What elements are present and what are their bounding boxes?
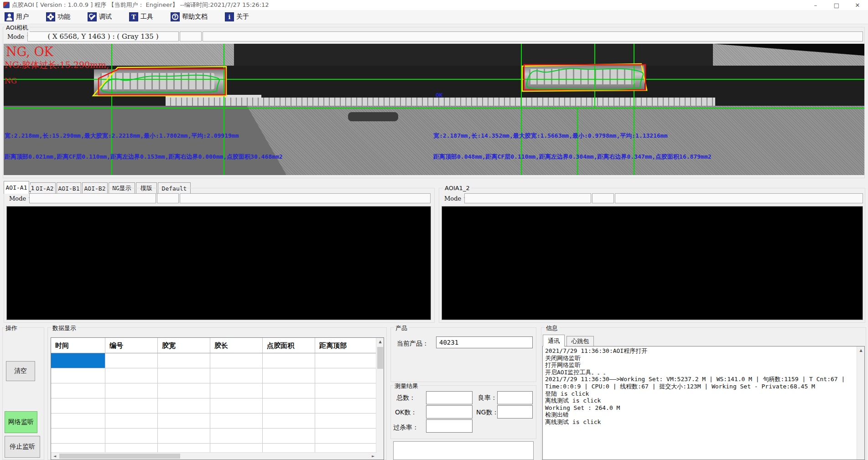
camera-toolbar-field-long [203,31,863,41]
ng-status-text: NG, OK [6,45,53,59]
current-product-label: 当前产品： [397,340,429,348]
table-row[interactable] [51,383,377,398]
col-header-time[interactable]: 时间 [51,338,105,353]
yield-rate-label: 良率： [478,394,497,402]
scroll-thumb[interactable] [377,347,383,369]
coordinate-readout: ( X 6568, Y 1463 ) : ( Gray 135 ) [27,31,179,41]
scroll-thumb[interactable] [59,454,180,459]
measure-right-line2: 距离顶部0.048mm,距离CF层0.110mm,距离左边界0.304mm,距离… [433,153,712,161]
scroll-up-icon[interactable]: ▲ [376,338,384,346]
current-product-field[interactable]: 40231 [436,336,533,348]
results-group-label: 测量结果 [393,382,420,390]
total-count-field[interactable] [426,391,473,404]
toolbar-item-debug[interactable]: 调试 [88,12,112,21]
toolbar-label: 用户 [16,13,29,21]
info-group-label: 信息 [545,324,559,332]
panel2-image-view[interactable] [442,206,863,320]
toolbar-item-help[interactable]: ? 帮助文档 [171,12,208,21]
panel1-image-view[interactable] [6,206,431,320]
ng-flag-text: NG [5,77,17,85]
log-v-scrollbar[interactable]: ▲ [857,346,864,460]
toolbar-item-function[interactable]: 功能 [46,12,70,21]
col-header-glue-length[interactable]: 胶长 [210,338,263,353]
ng-detail-text: NG:胶体过长:15.290mm, [5,59,109,71]
log-line: 2021/7/29 11:36:30:AOI程序打开 [545,347,862,355]
ok-flag-text: OK [436,92,443,98]
ok-count-label: OK数： [395,408,417,417]
clear-button[interactable]: 清空 [6,361,35,381]
scroll-right-icon[interactable]: ► [369,453,377,460]
table-row[interactable] [51,398,377,413]
log-line: 开启AOI监控工具。。。 [545,369,862,376]
panel1-field-1 [29,193,156,203]
col-header-glue-width[interactable]: 胶宽 [158,338,210,353]
mode-label: Mode [7,33,24,40]
network-listen-button[interactable]: 网络监听 [5,411,37,433]
wrench-icon [88,12,97,21]
ok-count-field[interactable] [426,405,473,419]
selected-cell[interactable] [51,353,105,368]
titlebar: 点胶AOI [ Version : 1.0.0.9 ] 程序 【当前用户： En… [0,0,868,10]
application-window: 点胶AOI [ Version : 1.0.0.9 ] 程序 【当前用户： En… [0,0,868,460]
gear-icon [46,12,55,21]
tab-aoi-a1[interactable]: AOI-A1 [4,181,29,194]
window-title: 点胶AOI [ Version : 1.0.0.9 ] 程序 【当前用户： En… [12,0,269,10]
tab-heartbeat[interactable]: 心跳包 [567,336,594,346]
tab-communication[interactable]: 通讯 [543,335,565,346]
toolbar-label: 关于 [236,13,249,21]
operation-group-label: 操作 [4,324,19,332]
product-group-label: 产品 [394,324,409,332]
table-v-scrollbar[interactable]: ▲ [376,338,384,460]
toolbar-label: 帮助文档 [182,13,208,21]
close-button[interactable]: ✕ [847,0,868,10]
scroll-up-icon[interactable]: ▲ [857,346,865,354]
maximize-button[interactable]: □ [826,0,847,10]
col-header-distance-top[interactable]: 距离顶部 [315,338,377,353]
col-header-id[interactable]: 编号 [105,338,158,353]
product-group [390,327,536,382]
toolbar-item-about[interactable]: i 关于 [225,12,249,21]
panel2-field-2 [592,193,614,203]
table-h-scrollbar[interactable]: ◄ ► [51,452,377,460]
app-icon [3,2,10,8]
log-area[interactable]: 2021/7/29 11:36:30:AOI程序打开 关闭网络监听 打开网络监听… [542,346,865,460]
log-line: 离线测试 is click [545,419,862,426]
stop-listen-button[interactable]: 停止监听 [5,436,40,458]
yield-rate-field[interactable] [497,391,533,404]
ng-count-field[interactable] [497,405,533,419]
log-line: 打开网络监听 [545,362,862,369]
toolbar-item-user[interactable]: 用户 [5,12,29,21]
table-header-row: 时间 编号 胶宽 胶长 点胶面积 距离顶部 [51,338,377,353]
overkill-rate-field[interactable] [426,419,473,433]
log-line: Time:0:0:9 | CPU:0 | 线程数:67 | 提交大小:123M … [545,383,862,390]
product-extra-box [393,441,534,460]
table-row[interactable] [51,368,377,383]
toolbar-label: 调试 [99,13,112,21]
col-header-glue-area[interactable]: 点胶面积 [263,338,315,353]
camera-image[interactable]: NG, OK NG:胶体过长:15.290mm, NG OK 宽:2.218mm… [4,44,864,175]
help-icon: ? [171,12,180,21]
toolbar-label: 功能 [57,13,70,21]
toolbar-label: 工具 [140,13,153,21]
log-line: 离线测试 is click [545,397,862,404]
panel1-field-2 [157,193,179,203]
overkill-rate-label: 过杀率： [393,424,419,432]
log-line: Working Set : 264.0 M [545,404,862,412]
measure-left-line2: 距离顶部0.021mm,距离CF层0.110mm,距离左边界0.153mm,距离… [5,153,283,161]
toolbar-item-tools[interactable]: T 工具 [129,12,153,21]
scroll-left-icon[interactable]: ◄ [51,453,58,460]
table-row[interactable] [51,413,377,429]
mode-label: Mode [9,195,26,202]
panel1-field-3 [180,193,431,203]
minimize-button[interactable]: – [805,0,826,10]
panel2-field-1 [464,193,591,203]
table-row[interactable] [51,353,377,368]
log-line: 检测出错 [545,411,862,419]
table-row[interactable] [51,429,377,444]
measure-left-line1: 宽:2.218mm,长:15.290mm,最大胶宽:2.2218mm,最小:1.… [5,132,239,140]
log-line: 关闭网络监听 [545,355,862,362]
tools-icon: T [129,12,138,21]
log-line: 2021/7/29 11:36:30——>Working Set: VM:523… [545,376,862,383]
panel2-field-3 [615,193,863,203]
data-table[interactable]: 时间 编号 胶宽 胶长 点胶面积 距离顶部 ▲ ◄ ► [51,337,384,460]
